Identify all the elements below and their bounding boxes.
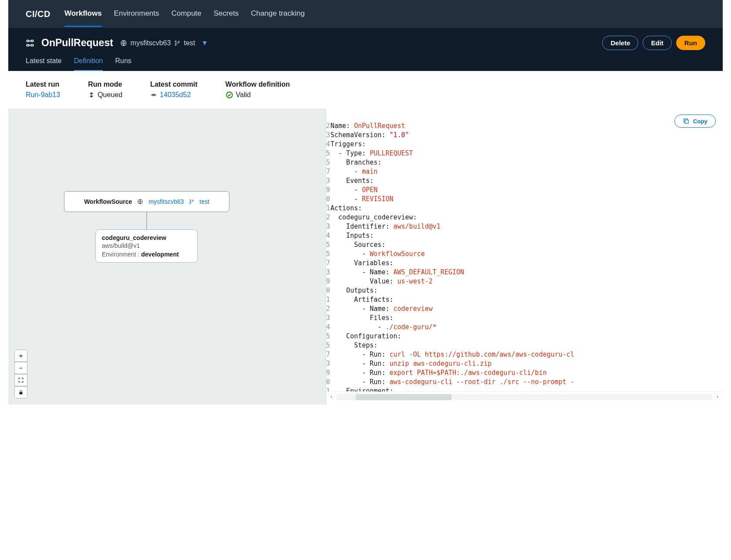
graph-connector [146,212,147,229]
copy-button[interactable]: Copy [674,115,716,128]
code-text[interactable]: Steps: [330,341,377,350]
svg-rect-14 [20,392,23,395]
code-line: 7 - Run: curl -OL https://github.com/aws… [326,350,723,359]
workflow-graph-pane[interactable]: WorkflowSource mysfitscvb63 test codegur… [8,108,326,405]
code-text[interactable]: Configuration: [330,332,401,341]
code-line: 3 - Run: unzip aws-codeguru-cli.zip [326,359,723,368]
graph-action-node[interactable]: codeguru_codereview aws/build@v1 Environ… [95,229,198,263]
code-text[interactable]: Name: OnPullRequest [330,121,405,131]
summary-value[interactable]: 14035d52 [150,91,197,99]
horizontal-scrollbar[interactable]: ‹ › [326,391,723,402]
code-text[interactable]: Actions: [330,204,362,213]
line-number: 1 [326,204,330,213]
line-number: 2 [326,121,330,131]
code-text[interactable]: Value: us-west-2 [330,277,433,286]
summary-value[interactable]: Run-9ab13 [26,91,60,99]
summary-workflow-definition: Workflow definition Valid [226,81,290,99]
edit-button[interactable]: Edit [643,36,671,50]
nav-tab-change-tracking[interactable]: Change tracking [251,1,305,27]
scroll-left-icon[interactable]: ‹ [328,393,335,401]
code-text[interactable]: - Run: aws-codeguru-cli --root-dir ./src… [330,378,574,387]
action-node-identifier: aws/build@v1 [102,242,191,249]
workflow-header: OnPullRequest mysfitscvb63 test ▼ Delete… [8,28,723,71]
code-text[interactable]: Outputs: [330,286,377,295]
code-text[interactable]: Environment: [330,387,394,391]
code-line: 7 Variables: [326,259,723,268]
svg-rect-0 [27,40,29,41]
yaml-definition-pane: Copy 2Name: OnPullRequest3SchemaVersion:… [326,108,723,405]
chevron-down-icon: ▼ [201,39,208,47]
code-text[interactable]: Inputs: [330,231,374,240]
fullscreen-icon [18,377,24,383]
code-text[interactable]: - Name: codereview [330,304,433,314]
code-text[interactable]: Identifier: aws/build@v1 [330,222,441,231]
code-line: 0 - Run: aws-codeguru-cli --root-dir ./s… [326,378,723,387]
line-number: 2 [326,304,330,314]
scroll-right-icon[interactable]: › [714,393,721,401]
zoom-lock-button[interactable] [14,386,27,398]
code-text[interactable]: Branches: [330,158,381,167]
copy-label: Copy [693,118,707,125]
code-line: 7 - main [326,167,723,176]
valid-icon [226,91,233,99]
nav-tab-compute[interactable]: Compute [172,1,202,27]
line-number: 3 [326,314,330,323]
line-number: 4 [326,231,330,240]
code-text[interactable]: - main [330,167,377,176]
svg-point-8 [153,94,155,96]
code-text[interactable]: - Run: unzip aws-codeguru-cli.zip [330,359,492,368]
nav-tab-secrets[interactable]: Secrets [214,1,239,27]
code-text[interactable]: SchemaVersion: "1.0" [330,131,409,140]
code-text[interactable]: Sources: [330,240,385,250]
scroll-thumb[interactable] [356,394,451,400]
svg-point-11 [190,199,191,201]
main-nav: CI/CD WorkflowsEnvironmentsComputeSecret… [8,0,723,28]
line-number: 2 [326,213,330,222]
zoom-out-button[interactable]: － [14,362,27,374]
code-text[interactable]: codeguru_codereview: [330,213,417,222]
code-line: 2Name: OnPullRequest [326,121,723,131]
code-text[interactable]: - ./code-guru/* [330,323,437,332]
repo-name: mysfitscvb63 [131,39,171,47]
code-text[interactable]: Variables: [330,259,394,268]
summary-latest-run: Latest runRun-9ab13 [26,81,60,99]
code-line: 5 Configuration: [326,332,723,341]
code-text[interactable]: - Name: AWS_DEFAULT_REGION [330,268,464,277]
run-button[interactable]: Run [676,36,705,50]
workflow-icon [26,39,34,47]
code-text[interactable]: - Run: export PATH=$PATH:./aws-codeguru-… [330,368,547,378]
summary-value: Queued [88,91,122,99]
repo-icon [137,199,143,205]
zoom-in-button[interactable]: ＋ [14,350,27,362]
summary-label: Latest run [26,81,60,88]
sub-tab-latest-state[interactable]: Latest state [26,57,62,71]
code-text[interactable]: - REVISION [330,195,394,204]
code-text[interactable]: Files: [330,314,394,323]
code-text[interactable]: - OPEN [330,186,377,195]
svg-rect-3 [31,44,34,46]
action-node-name: codeguru_codereview [102,234,191,241]
code-line: 5 Sources: [326,240,723,250]
code-text[interactable]: Events: [330,176,374,186]
delete-button[interactable]: Delete [602,36,638,50]
code-text[interactable]: Artifacts: [330,295,394,304]
sub-tab-runs[interactable]: Runs [115,57,131,71]
code-text[interactable]: - WorkflowSource [330,250,425,259]
code-text[interactable]: Triggers: [330,140,366,149]
yaml-code[interactable]: 2Name: OnPullRequest3SchemaVersion: "1.0… [326,108,723,391]
zoom-fit-button[interactable] [14,374,27,386]
svg-point-5 [175,40,176,42]
line-number: 1 [326,387,330,391]
nav-tab-environments[interactable]: Environments [114,1,159,27]
line-number: 3 [326,268,330,277]
graph-source-node[interactable]: WorkflowSource mysfitscvb63 test [64,191,229,212]
repo-branch-chip[interactable]: mysfitscvb63 test ▼ [120,39,208,47]
code-text[interactable]: - Type: PULLREQUEST [330,149,413,158]
scroll-track[interactable] [337,394,712,400]
nav-tab-workflows[interactable]: Workflows [64,1,102,27]
line-number: 0 [326,195,330,204]
code-line: 1 Environment: [326,387,723,391]
code-text[interactable]: - Run: curl -OL https://github.com/aws/a… [330,350,574,359]
line-number: 5 [326,250,330,259]
sub-tab-definition[interactable]: Definition [74,57,103,71]
